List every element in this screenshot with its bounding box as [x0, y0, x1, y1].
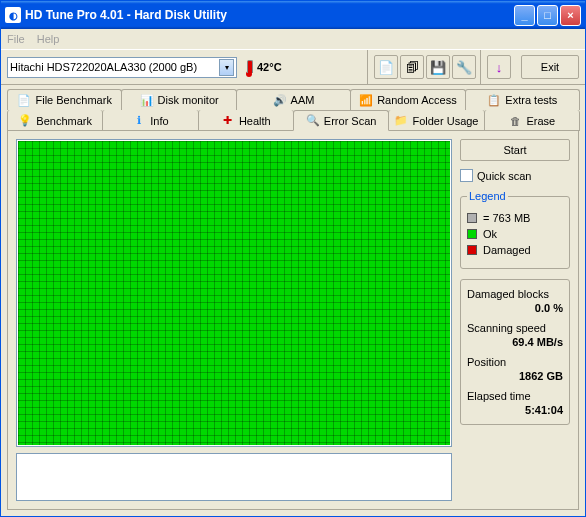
- toolbar: Hitachi HDS722020ALA330 (2000 gB) ▾ 42°C…: [1, 49, 585, 85]
- menubar: File Help: [1, 29, 585, 49]
- tabs-row-top: 📄File Benchmark📊Disk monitor🔊AAM📶Random …: [7, 89, 579, 110]
- tab-file-benchmark[interactable]: 📄File Benchmark: [7, 89, 122, 110]
- file-benchmark-icon: 📄: [17, 93, 31, 107]
- quick-scan-checkbox[interactable]: [460, 169, 473, 182]
- position-value: 1862 GB: [467, 370, 563, 382]
- quick-scan-row[interactable]: Quick scan: [460, 169, 570, 182]
- info-icon: ℹ: [132, 114, 146, 128]
- minimize-to-tray-button[interactable]: ↓: [487, 55, 511, 79]
- error-scan-icon: 🔍: [306, 114, 320, 128]
- legend-title: Legend: [467, 190, 508, 202]
- tab-label: Info: [150, 115, 168, 127]
- benchmark-icon: 💡: [18, 114, 32, 128]
- damaged-icon: [467, 245, 477, 255]
- window-title: HD Tune Pro 4.01 - Hard Disk Utility: [25, 8, 514, 22]
- copy-screenshot-button[interactable]: 🗐: [400, 55, 424, 79]
- aam-icon: 🔊: [273, 93, 287, 107]
- tab-label: Benchmark: [36, 115, 92, 127]
- stats-box: Damaged blocks 0.0 % Scanning speed 69.4…: [460, 279, 570, 425]
- tab-label: AAM: [291, 94, 315, 106]
- random-access-icon: 📶: [359, 93, 373, 107]
- tab-label: Random Access: [377, 94, 456, 106]
- dropdown-arrow-icon: ▾: [219, 59, 234, 76]
- tab-label: Erase: [526, 115, 555, 127]
- tab-erase[interactable]: 🗑Erase: [484, 110, 580, 131]
- content-area: 📄File Benchmark📊Disk monitor🔊AAM📶Random …: [1, 85, 585, 516]
- position-label: Position: [467, 356, 563, 368]
- options-button[interactable]: 🔧: [452, 55, 476, 79]
- disk-monitor-icon: 📊: [140, 93, 154, 107]
- temperature-value: 42°C: [257, 61, 282, 73]
- copy-info-button[interactable]: 📄: [374, 55, 398, 79]
- legend-block-row: = 763 MB: [467, 212, 563, 224]
- extra-tests-icon: 📋: [487, 93, 501, 107]
- tab-label: Disk monitor: [158, 94, 219, 106]
- tabs-row-bottom: 💡BenchmarkℹInfo✚Health🔍Error Scan📁Folder…: [7, 110, 579, 131]
- tab-benchmark[interactable]: 💡Benchmark: [7, 110, 103, 131]
- tab-random-access[interactable]: 📶Random Access: [350, 89, 465, 110]
- tab-aam[interactable]: 🔊AAM: [236, 89, 351, 110]
- save-button[interactable]: 💾: [426, 55, 450, 79]
- damaged-blocks-value: 0.0 %: [467, 302, 563, 314]
- app-window: ◐ HD Tune Pro 4.01 - Hard Disk Utility _…: [0, 0, 586, 517]
- ok-icon: [467, 229, 477, 239]
- block-map-grid: [18, 141, 450, 445]
- temperature-display: 42°C: [245, 57, 282, 77]
- quick-scan-label: Quick scan: [477, 170, 531, 182]
- tab-extra-tests[interactable]: 📋Extra tests: [465, 89, 580, 110]
- block-map: [16, 139, 452, 447]
- tab-label: Health: [239, 115, 271, 127]
- thermometer-icon: [245, 57, 253, 77]
- tab-disk-monitor[interactable]: 📊Disk monitor: [121, 89, 236, 110]
- drive-select[interactable]: Hitachi HDS722020ALA330 (2000 gB) ▾: [7, 57, 237, 78]
- close-button[interactable]: ×: [560, 5, 581, 26]
- elapsed-time-value: 5:41:04: [467, 404, 563, 416]
- tab-label: Folder Usage: [412, 115, 478, 127]
- error-scan-pane: Start Quick scan Legend = 763 MB Ok: [7, 130, 579, 510]
- tab-health[interactable]: ✚Health: [198, 110, 294, 131]
- titlebar: ◐ HD Tune Pro 4.01 - Hard Disk Utility _…: [1, 1, 585, 29]
- maximize-button[interactable]: □: [537, 5, 558, 26]
- tab-label: Error Scan: [324, 115, 377, 127]
- app-icon: ◐: [5, 7, 21, 23]
- menu-file[interactable]: File: [7, 33, 25, 45]
- drive-select-value: Hitachi HDS722020ALA330 (2000 gB): [10, 61, 197, 73]
- tab-error-scan[interactable]: 🔍Error Scan: [293, 110, 389, 131]
- damaged-blocks-label: Damaged blocks: [467, 288, 563, 300]
- folder-usage-icon: 📁: [394, 114, 408, 128]
- scanning-speed-value: 69.4 MB/s: [467, 336, 563, 348]
- start-button[interactable]: Start: [460, 139, 570, 161]
- elapsed-time-label: Elapsed time: [467, 390, 563, 402]
- speed-graph: [16, 453, 452, 501]
- legend-box: Legend = 763 MB Ok Damaged: [460, 190, 570, 269]
- legend-ok-row: Ok: [467, 228, 563, 240]
- scan-area: [16, 139, 452, 501]
- tab-label: Extra tests: [505, 94, 557, 106]
- tab-folder-usage[interactable]: 📁Folder Usage: [388, 110, 484, 131]
- health-icon: ✚: [221, 114, 235, 128]
- menu-help[interactable]: Help: [37, 33, 60, 45]
- minimize-button[interactable]: _: [514, 5, 535, 26]
- scanning-speed-label: Scanning speed: [467, 322, 563, 334]
- side-panel: Start Quick scan Legend = 763 MB Ok: [460, 139, 570, 501]
- exit-button[interactable]: Exit: [521, 55, 579, 79]
- erase-icon: 🗑: [508, 114, 522, 128]
- legend-damaged-row: Damaged: [467, 244, 563, 256]
- tab-label: File Benchmark: [35, 94, 111, 106]
- tab-info[interactable]: ℹInfo: [102, 110, 198, 131]
- block-size-icon: [467, 213, 477, 223]
